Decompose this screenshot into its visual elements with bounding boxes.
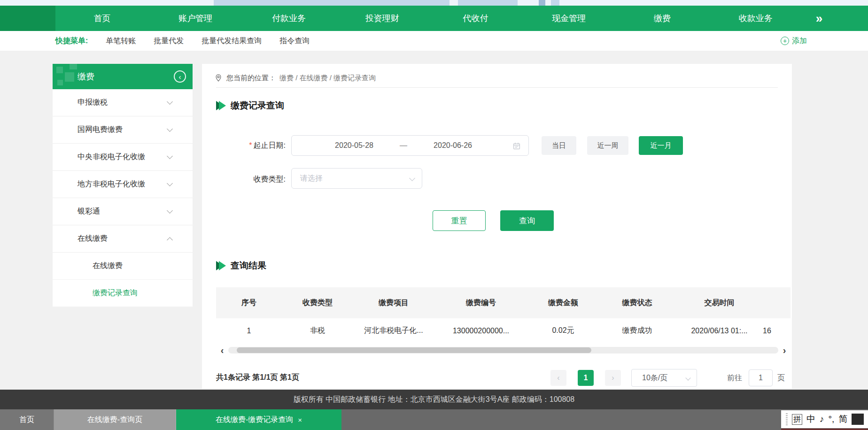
taskbar: 首页 在线缴费-查询页 在线缴费-缴费记录查询 ×: [0, 409, 868, 430]
decor-square: [56, 67, 63, 73]
quick-range-today-button[interactable]: 当日: [542, 136, 576, 155]
page-size-select[interactable]: 10条/页: [631, 369, 697, 387]
play-icon: [219, 261, 226, 270]
ime-simplified-icon[interactable]: 简: [838, 413, 847, 425]
ime-keyboard-icon[interactable]: [852, 414, 864, 425]
pagination: 共1条记录 第1/1页 第1页 ‹ 1 › 10条/页 前往 页: [216, 369, 790, 387]
horizontal-scrollbar[interactable]: ‹ ›: [216, 346, 790, 354]
fee-type-select[interactable]: 请选择: [291, 168, 422, 189]
quick-item-batch-pay[interactable]: 批量代发: [154, 36, 184, 46]
cell-extra: 16: [763, 318, 790, 343]
chevron-down-icon: [167, 99, 173, 105]
sidebar: 缴费 ‹ 申报缴税 国网电费缴费 中央非税电子化收缴 地方非税电子化收缴 银彩通…: [53, 64, 193, 307]
col-header-index: 序号: [216, 287, 282, 318]
add-label: 添加: [792, 36, 807, 46]
search-button[interactable]: 查询: [500, 210, 554, 231]
breadcrumb: 您当前的位置： 缴费 / 在线缴费 / 缴费记录查询: [214, 69, 376, 87]
goto-page-label: 前往: [727, 373, 742, 383]
date-range-label: *起止日期:: [216, 141, 286, 151]
cell-amount: 0.02元: [528, 318, 598, 343]
ime-punctuation-icon[interactable]: °,: [829, 414, 835, 424]
taskbar-tab-home[interactable]: 首页: [0, 409, 54, 430]
next-page-button[interactable]: ›: [605, 370, 621, 386]
ime-pinyin-icon[interactable]: 拼: [792, 414, 802, 425]
current-page-button[interactable]: 1: [578, 370, 594, 386]
copyright-text: 版权所有 中国邮政储蓄银行 地址：北京市西城区金融大街3号A座 邮政编码：100…: [294, 395, 574, 405]
taskbar-tab-fee-record-query[interactable]: 在线缴费-缴费记录查询 ×: [176, 409, 341, 430]
ime-chinese-mode-icon[interactable]: 中: [806, 413, 815, 425]
sidebar-header-fee[interactable]: 缴费 ‹: [53, 64, 193, 89]
sidebar-subitem-fee-record-query[interactable]: 缴费记录查询: [53, 280, 193, 307]
taskbar-tab-online-fee-query[interactable]: 在线缴费-查询页: [54, 409, 176, 430]
quick-item-batch-result[interactable]: 批量代发结果查询: [202, 36, 262, 46]
sidebar-item-yincaitong[interactable]: 银彩通: [53, 198, 193, 225]
chevron-down-icon: [685, 375, 690, 380]
sidebar-item-label: 申报缴税: [78, 98, 108, 108]
section-title-text: 缴费记录查询: [231, 100, 284, 112]
pagination-summary: 共1条记录 第1/1页 第1页: [216, 373, 299, 383]
nav-item-collect[interactable]: 代收付: [429, 13, 522, 24]
sidebar-item-label: 银彩通: [78, 207, 100, 216]
sidebar-item-online-fee[interactable]: 在线缴费: [53, 225, 193, 253]
browser-strip-segment: [214, 0, 450, 6]
nav-item-invest[interactable]: 投资理财: [335, 13, 429, 24]
close-icon[interactable]: ×: [298, 416, 302, 424]
start-date-value[interactable]: 2020-05-28: [319, 141, 389, 150]
quick-item-single-transfer[interactable]: 单笔转账: [106, 36, 136, 46]
section-title-results: 查询结果: [216, 260, 266, 272]
table-row[interactable]: 1 非税 河北非税电子化... 130000200000... 0.02元 缴费…: [216, 318, 790, 343]
nav-item-home[interactable]: 首页: [55, 13, 149, 24]
sidebar-header-label: 缴费: [78, 71, 94, 82]
col-header-status: 缴费状态: [598, 287, 676, 318]
nav-items: 首页 账户管理 付款业务 投资理财 代收付 现金管理 缴费 收款业务 »: [55, 6, 835, 31]
plus-circle-icon: +: [781, 37, 789, 45]
sidebar-collapse-icon[interactable]: ‹: [174, 70, 186, 83]
end-date-value[interactable]: 2020-06-26: [418, 141, 488, 150]
sidebar-item-local-nontax[interactable]: 地方非税电子化收缴: [53, 171, 193, 198]
ime-grip-handle[interactable]: [786, 413, 788, 425]
nav-item-receive[interactable]: 收款业务: [709, 13, 802, 24]
page-size-value: 10条/页: [642, 373, 667, 383]
scroll-right-icon[interactable]: ›: [778, 346, 790, 354]
scrollbar-thumb[interactable]: [237, 347, 591, 353]
quick-range-month-button[interactable]: 近一月: [639, 136, 683, 155]
nav-item-payment[interactable]: 付款业务: [242, 13, 336, 24]
calendar-icon[interactable]: [512, 142, 521, 150]
prev-page-button[interactable]: ‹: [550, 370, 566, 386]
goto-page-input[interactable]: [749, 369, 773, 386]
ime-sound-icon[interactable]: ♪: [820, 414, 824, 424]
nav-more-icon[interactable]: »: [802, 11, 835, 26]
goto-page-unit: 页: [777, 373, 785, 383]
location-pin-icon: [214, 74, 223, 82]
decor-square: [65, 72, 74, 82]
divider: [216, 87, 778, 88]
sidebar-item-tax[interactable]: 申报缴税: [53, 89, 193, 116]
sidebar-subitem-online-fee[interactable]: 在线缴费: [53, 253, 193, 280]
section-title-text: 查询结果: [231, 260, 266, 272]
main-navbar: 首页 账户管理 付款业务 投资理财 代收付 现金管理 缴费 收款业务 »: [0, 6, 868, 31]
sidebar-item-grid-electric[interactable]: 国网电费缴费: [53, 116, 193, 144]
nav-item-account[interactable]: 账户管理: [149, 13, 242, 24]
col-header-amount: 缴费金额: [528, 287, 598, 318]
nav-item-cash[interactable]: 现金管理: [522, 13, 616, 24]
sidebar-subitem-label: 在线缴费: [93, 261, 123, 271]
browser-strip: [0, 0, 868, 6]
chevron-down-icon: [167, 126, 173, 132]
cell-status: 缴费成功: [598, 318, 676, 343]
fee-type-placeholder: 请选择: [300, 174, 323, 184]
quick-range-week-button[interactable]: 近一周: [587, 136, 628, 155]
col-header-fee-type: 收费类型: [282, 287, 353, 318]
scrollbar-track[interactable]: [228, 347, 778, 353]
scroll-left-icon[interactable]: ‹: [216, 346, 228, 354]
copyright-footer: 版权所有 中国邮政储蓄银行 地址：北京市西城区金融大街3号A座 邮政编码：100…: [0, 390, 868, 409]
reset-button[interactable]: 重置: [433, 210, 486, 231]
add-quick-menu-button[interactable]: + 添加: [781, 31, 807, 51]
quick-item-instruction-query[interactable]: 指令查询: [279, 36, 310, 46]
browser-strip-segment: [539, 0, 545, 6]
taskbar-tab-label: 在线缴费-查询页: [87, 415, 142, 425]
sidebar-item-central-nontax[interactable]: 中央非税电子化收缴: [53, 144, 193, 171]
quick-menu-bar: 快捷菜单: 单笔转账 批量代发 批量代发结果查询 指令查询 + 添加: [0, 31, 868, 51]
date-range-input[interactable]: 2020-05-28 — 2020-06-26: [291, 135, 529, 156]
taskbar-tab-label: 首页: [19, 415, 34, 425]
nav-item-fee[interactable]: 缴费: [616, 13, 709, 24]
